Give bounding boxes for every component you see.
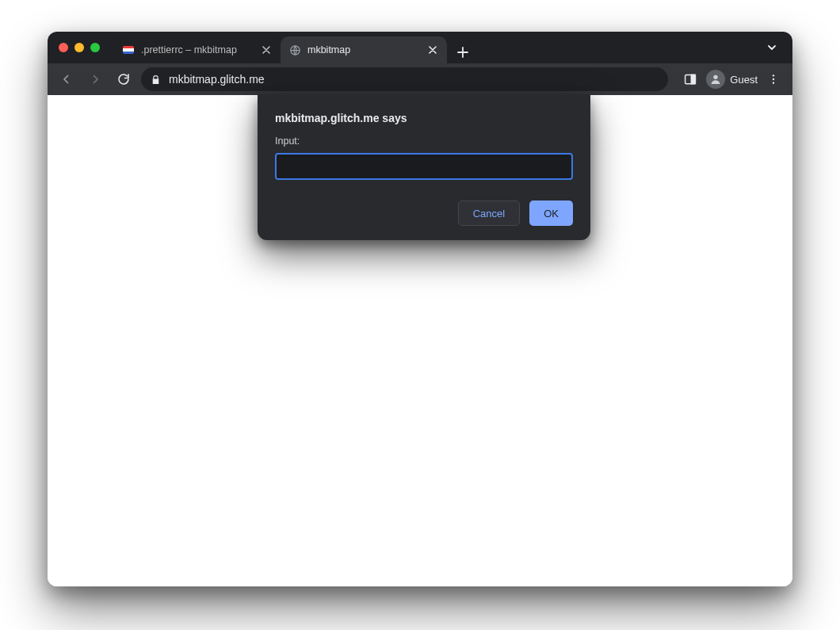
svg-point-6 xyxy=(773,82,774,83)
avatar-icon xyxy=(706,70,725,89)
prompt-input[interactable] xyxy=(275,153,573,180)
dialog-label: Input: xyxy=(275,136,573,147)
kebab-menu-icon[interactable] xyxy=(762,68,785,90)
globe-icon xyxy=(288,44,301,56)
minimize-window-icon[interactable] xyxy=(74,43,84,52)
dialog-title: mkbitmap.glitch.me says xyxy=(275,112,573,124)
lock-icon xyxy=(151,74,161,85)
toolbar: mkbitmap.glitch.me Guest xyxy=(48,63,792,95)
tab-prettierrc[interactable]: .prettierrc – mkbitmap xyxy=(114,36,281,63)
toolbar-right: Guest xyxy=(679,68,785,90)
dialog-actions: Cancel OK xyxy=(275,200,573,226)
forward-button[interactable] xyxy=(84,68,106,90)
page-viewport: mkbitmap.glitch.me says Input: Cancel OK xyxy=(48,95,792,586)
chevron-down-icon[interactable] xyxy=(761,36,783,59)
new-tab-button[interactable] xyxy=(452,41,474,63)
tab-mkbitmap[interactable]: mkbitmap xyxy=(281,36,447,63)
tab-title: mkbitmap xyxy=(307,44,420,55)
url-text: mkbitmap.glitch.me xyxy=(169,73,265,86)
svg-point-3 xyxy=(714,75,718,79)
js-prompt-dialog: mkbitmap.glitch.me says Input: Cancel OK xyxy=(258,94,590,240)
address-bar[interactable]: mkbitmap.glitch.me xyxy=(141,67,668,91)
close-tab-icon[interactable] xyxy=(426,44,439,56)
close-tab-icon[interactable] xyxy=(260,44,273,56)
close-window-icon[interactable] xyxy=(59,43,68,52)
reload-button[interactable] xyxy=(113,68,135,90)
favicon-icon xyxy=(122,44,135,56)
ok-button[interactable]: OK xyxy=(529,200,573,226)
back-button[interactable] xyxy=(55,68,78,90)
tab-strip: .prettierrc – mkbitmap mkbitmap xyxy=(114,32,474,63)
side-panel-icon[interactable] xyxy=(679,68,701,90)
browser-window: .prettierrc – mkbitmap mkbitmap xyxy=(48,32,792,586)
svg-point-4 xyxy=(773,74,774,76)
svg-point-5 xyxy=(773,78,774,80)
svg-rect-2 xyxy=(692,74,696,83)
profile-label: Guest xyxy=(730,74,758,86)
titlebar: .prettierrc – mkbitmap mkbitmap xyxy=(48,32,792,63)
tab-title: .prettierrc – mkbitmap xyxy=(141,44,254,55)
cancel-button[interactable]: Cancel xyxy=(458,200,520,226)
fullscreen-window-icon[interactable] xyxy=(90,43,100,52)
window-controls xyxy=(54,43,106,52)
profile-chip[interactable]: Guest xyxy=(706,70,758,89)
